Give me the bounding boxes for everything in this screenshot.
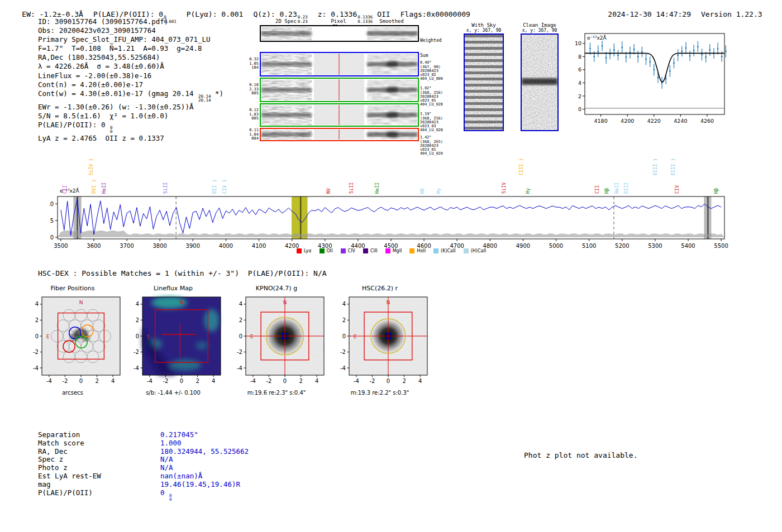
spec2d-row-2-stats: 0.182.33085 <box>245 83 259 96</box>
svg-text:4260: 4260 <box>700 118 714 124</box>
clean-image-frame <box>521 33 559 131</box>
legend-swatch <box>320 248 325 253</box>
svg-text:0: 0 <box>387 378 390 384</box>
svg-text:4: 4 <box>578 80 581 86</box>
svg-text:5: 5 <box>50 218 54 224</box>
legend-label: (K)CaII <box>441 248 456 253</box>
info-plae: P(LAE)/P(OII): 0 00 <box>38 121 223 134</box>
north-label: N <box>283 300 287 305</box>
legend-label: Lyα <box>304 248 312 253</box>
svg-text:Hβ: Hβ <box>604 188 609 194</box>
svg-text:2: 2 <box>402 378 406 384</box>
spectrum-legend: LyαOIICIVCIIIMgIIHeII(K)CaII(H)CaII <box>49 248 733 253</box>
spec2d-row-4-stats: 0.111.04084 <box>245 128 259 141</box>
cutout-title: Lineflux Map <box>120 285 226 294</box>
legend-swatch <box>363 248 368 253</box>
cutout-title: Fiber Positions <box>20 285 126 294</box>
svg-text:Hδ: Hδ <box>419 188 425 194</box>
svg-text:8: 8 <box>578 54 581 60</box>
table-row: Match score1.000 <box>38 439 249 448</box>
spec2d-col-header-smoothed: Smoothed <box>376 18 407 24</box>
spec2d-weighted-row <box>260 25 419 42</box>
clean-image <box>522 35 557 130</box>
spec2d-row-4 <box>260 128 419 141</box>
svg-text:4: 4 <box>136 301 139 307</box>
svg-text:-4: -4 <box>133 365 139 371</box>
svg-text:-2: -2 <box>369 378 375 384</box>
svg-text:2: 2 <box>342 317 346 323</box>
svg-text:4: 4 <box>342 301 346 307</box>
svg-text:0: 0 <box>239 333 242 339</box>
svg-text:-2: -2 <box>237 349 242 355</box>
legend-item: Lyα <box>297 248 312 253</box>
svg-text:-4: -4 <box>340 365 346 371</box>
table-row: Est LyA rest-EWnan(±nan)Å <box>38 472 249 481</box>
spec2d-row-2 <box>260 78 419 102</box>
legend-item: OII <box>320 248 333 253</box>
svg-text:4: 4 <box>239 301 242 307</box>
info-primary-spec: Primary Spec_Slot_IFU_AMP: 404_073_071_L… <box>38 35 223 44</box>
withsky-title: With Sky <box>464 22 504 28</box>
svg-text:4240: 4240 <box>674 118 687 124</box>
svg-text:4180: 4180 <box>594 118 608 124</box>
info-radec: RA,Dec (180.325043,55.525684) <box>38 53 223 62</box>
svg-text:CIV }: CIV } <box>222 179 227 194</box>
legend-swatch <box>385 248 390 253</box>
hsc-r-plot: N E -4-4-2-2002244 <box>327 294 433 387</box>
svg-text:-4: -4 <box>250 378 256 384</box>
cutout-caption: m:19.6 re:2.3" s:0.4" <box>223 390 330 396</box>
table-row: Spec zN/A <box>38 456 249 464</box>
table-row: Separation0.217045" <box>38 431 249 439</box>
legend-item: (K)CaII <box>433 248 456 253</box>
table-row: P(LAE)/P(OII)0 00 <box>38 489 249 502</box>
east-label: E <box>147 334 150 339</box>
clean-title: Clean Image <box>521 22 559 28</box>
svg-text:0: 0 <box>50 234 54 241</box>
svg-text:-2: -2 <box>33 349 39 355</box>
svg-text:-2: -2 <box>62 378 68 384</box>
svg-text:-2: -2 <box>163 378 168 384</box>
svg-text:HeII: HeII <box>614 183 619 194</box>
svg-text:HeII: HeII <box>101 183 107 194</box>
withsky-image <box>465 35 503 130</box>
detection-info-block: ID: 3090157764 (3090157764.pdf) Obs: 202… <box>38 17 223 143</box>
svg-text:0: 0 <box>35 333 39 339</box>
svg-text:6: 6 <box>578 66 581 73</box>
svg-text:Hβ: Hβ <box>713 188 719 194</box>
legend-label: CIII <box>370 248 378 253</box>
svg-text:-4: -4 <box>33 365 39 371</box>
svg-text:2: 2 <box>35 317 39 323</box>
table-row: RA, Dec180.324944, 55.525662 <box>38 448 249 456</box>
spec2d-col-header-2dspec: 2D Spec <box>271 18 301 24</box>
svg-text:-2: -2 <box>340 349 346 355</box>
svg-text:SiIV }: SiIV } <box>88 158 94 175</box>
cutout-caption: arcsecs <box>20 390 126 396</box>
legend-item: MgII <box>385 248 402 253</box>
legend-label: (H)CaII <box>471 248 486 253</box>
legend-swatch <box>464 248 469 253</box>
svg-text:2: 2 <box>95 378 98 384</box>
info-redshifts: LyA z = 2.4765 OII z = 0.1337 <box>38 134 223 143</box>
svg-text:4: 4 <box>111 378 115 384</box>
svg-text:4: 4 <box>418 378 422 384</box>
svg-text:-4: -4 <box>147 378 152 384</box>
north-label: N <box>387 300 390 305</box>
spec2d-row-4-image <box>261 129 418 140</box>
east-label: E <box>354 334 357 339</box>
info-obs: Obs: 20200423v023_3090157764 <box>38 26 223 35</box>
kpno-g-plot: N E -4-4-2-2002244 <box>223 294 330 387</box>
cutout-title: KPNO(24.7) g <box>223 285 330 294</box>
cutout-fiber-positions: Fiber Positions N E -4-4-2-2002244 arcse… <box>20 285 126 396</box>
svg-text:OII }: OII } <box>212 179 217 194</box>
svg-text:0: 0 <box>180 378 183 384</box>
svg-text:-2: -2 <box>133 349 139 355</box>
gmag-fraction: 20.1420.14 <box>198 94 211 103</box>
svg-text:2: 2 <box>136 317 139 323</box>
svg-text:Hγ: Hγ <box>436 188 441 194</box>
legend-label: CIV <box>348 248 355 253</box>
svg-text:Hγ: Hγ <box>525 188 531 194</box>
spec2d-row-1-stats: 0.321.05104 <box>245 57 259 70</box>
table-plae-fraction: 00 <box>169 493 172 502</box>
catalog-match-table: Separation0.217045" Match score1.000 RA,… <box>38 431 249 502</box>
svg-text:2: 2 <box>196 378 199 384</box>
